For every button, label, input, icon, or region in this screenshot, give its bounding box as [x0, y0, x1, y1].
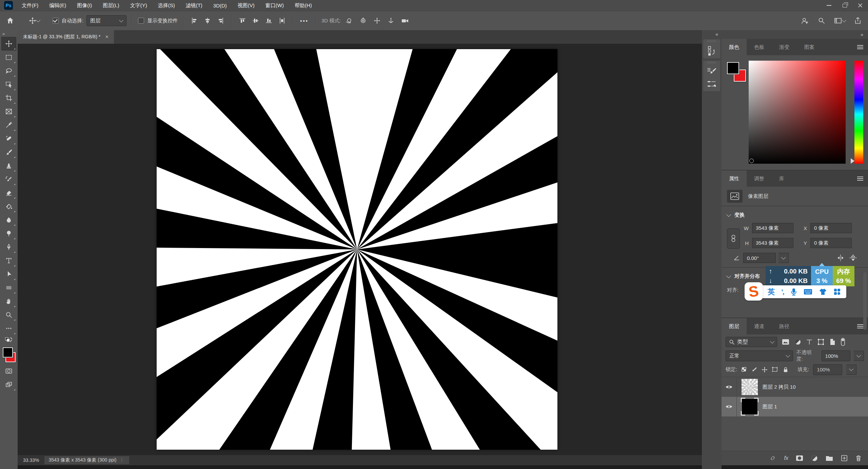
object-selection-tool[interactable]: [1, 78, 16, 91]
angle-dropdown-button[interactable]: [778, 253, 789, 263]
tab-patterns[interactable]: 图案: [797, 39, 822, 55]
new-layer-icon[interactable]: [841, 454, 848, 462]
panel-menu-icon[interactable]: [857, 45, 863, 49]
layer-thumbnail-starburst[interactable]: [742, 379, 758, 395]
layer-row-layer1[interactable]: 图层 1: [722, 397, 868, 416]
opacity-dropdown[interactable]: 100%: [822, 350, 851, 361]
toolbar-expand-button[interactable]: »: [0, 30, 5, 37]
rectangular-marquee-tool[interactable]: [1, 50, 16, 64]
document-canvas[interactable]: [157, 49, 557, 450]
ime-language-toggle[interactable]: 英: [768, 287, 775, 297]
status-chevron-icon[interactable]: 〉: [120, 457, 125, 463]
menu-help[interactable]: 帮助(H): [289, 0, 317, 11]
align-center-h-button[interactable]: [202, 16, 213, 26]
minimize-button[interactable]: [821, 0, 837, 11]
delete-layer-icon[interactable]: [855, 454, 862, 462]
menu-edit[interactable]: 编辑(E): [44, 0, 72, 11]
width-field[interactable]: 3543 像素: [752, 223, 793, 233]
restore-button[interactable]: [837, 0, 852, 11]
color-picker-ring[interactable]: [749, 159, 754, 163]
panel-menu-icon[interactable]: [857, 177, 863, 181]
auto-select-dropdown[interactable]: 图层: [86, 15, 126, 26]
eyedropper-tool[interactable]: [1, 118, 16, 132]
dock-collapse-button[interactable]: «: [715, 30, 722, 37]
3d-orbit-button[interactable]: [344, 15, 355, 26]
ime-toolbar[interactable]: S 英 ʼ,: [748, 285, 846, 298]
ime-skin-icon[interactable]: [819, 288, 827, 295]
search-button[interactable]: [816, 15, 827, 26]
new-group-icon[interactable]: [825, 455, 833, 462]
menu-select[interactable]: 选择(S): [153, 0, 180, 11]
zoom-level-field[interactable]: 33.33%: [23, 457, 39, 463]
history-brush-tool[interactable]: [1, 172, 16, 186]
blend-mode-dropdown[interactable]: 正常: [726, 350, 793, 361]
link-layers-icon[interactable]: [768, 455, 777, 462]
pen-tool[interactable]: [1, 240, 16, 254]
quick-mask-mode-button[interactable]: [1, 364, 16, 378]
paint-bucket-tool[interactable]: [1, 200, 16, 213]
add-layer-mask-icon[interactable]: [795, 455, 804, 462]
clone-stamp-tool[interactable]: [1, 159, 16, 172]
show-transform-checkbox[interactable]: [138, 18, 144, 24]
pasteboard[interactable]: [18, 44, 702, 455]
tab-paths[interactable]: 路径: [772, 318, 797, 334]
tab-layers[interactable]: 图层: [722, 318, 747, 334]
menu-window[interactable]: 窗口(W): [260, 0, 289, 11]
sogou-logo[interactable]: S: [745, 282, 763, 301]
ime-mic-icon[interactable]: [790, 288, 797, 296]
ime-keyboard-icon[interactable]: [804, 288, 812, 295]
close-button[interactable]: [852, 0, 868, 11]
visibility-toggle[interactable]: [722, 377, 737, 397]
filter-shape-layers-icon[interactable]: [817, 338, 825, 346]
zoom-tool[interactable]: [1, 308, 16, 322]
menu-type[interactable]: 文字(Y): [125, 0, 153, 11]
filter-adjustment-layers-icon[interactable]: [794, 338, 802, 346]
hue-slider-handle[interactable]: [851, 158, 854, 164]
flip-horizontal-icon[interactable]: [835, 254, 846, 262]
history-panel-button[interactable]: [707, 45, 717, 56]
document-close-icon[interactable]: ×: [105, 34, 108, 40]
align-left-button[interactable]: [189, 16, 199, 26]
flip-vertical-icon[interactable]: [848, 254, 858, 262]
tab-color[interactable]: 颜色: [722, 39, 747, 55]
share-for-review-button[interactable]: [799, 15, 811, 26]
ime-punctuation-toggle[interactable]: ʼ,: [781, 288, 784, 296]
layer-row-copy10[interactable]: 图层 2 拷贝 10: [722, 377, 868, 397]
3d-camera-button[interactable]: [399, 15, 411, 26]
ime-toolbox-icon[interactable]: [833, 288, 841, 295]
frame-tool[interactable]: [1, 105, 16, 118]
angle-field[interactable]: 0.00°: [743, 253, 776, 263]
tab-adjustments[interactable]: 调整: [747, 170, 772, 187]
type-tool[interactable]: [1, 254, 16, 267]
rectangle-tool[interactable]: [1, 281, 16, 294]
layer-name[interactable]: 图层 1: [763, 404, 777, 410]
path-selection-tool[interactable]: [1, 267, 16, 281]
layer-effects-button[interactable]: fx: [784, 455, 788, 461]
properties-scrollbar[interactable]: [863, 272, 867, 330]
foreground-color-swatch[interactable]: [3, 347, 13, 358]
filter-type-dropdown[interactable]: 类型: [726, 337, 777, 347]
align-right-button[interactable]: [216, 16, 226, 26]
layer-name[interactable]: 图层 2 拷贝 10: [763, 384, 796, 390]
transform-section-header[interactable]: 变换: [722, 206, 868, 221]
brush-settings-panel-button[interactable]: [706, 67, 717, 76]
filter-toggle-switch[interactable]: [840, 338, 846, 346]
brushes-panel-button[interactable]: [706, 80, 717, 89]
lock-position-icon[interactable]: [762, 367, 768, 373]
menu-view[interactable]: 视图(V): [232, 0, 260, 11]
blur-tool[interactable]: [1, 213, 16, 227]
distribute-button[interactable]: [277, 16, 287, 26]
system-monitor-overlay[interactable]: ↑ 0.00 KB ↓ 0.00 KB CPU 3 % 内存 69 %: [766, 266, 854, 286]
tab-properties[interactable]: 属性: [722, 170, 747, 187]
panel-menu-icon[interactable]: [857, 324, 863, 328]
brush-tool[interactable]: [1, 145, 16, 159]
fill-dropdown-button[interactable]: [846, 365, 856, 375]
hue-bar[interactable]: [854, 61, 863, 164]
fill-dropdown[interactable]: 100%: [813, 364, 842, 375]
tab-swatches[interactable]: 色板: [747, 39, 772, 55]
3d-pan-button[interactable]: [372, 15, 382, 26]
foreground-background-swatches[interactable]: [2, 347, 16, 362]
align-top-button[interactable]: [237, 16, 248, 26]
link-dimensions-button[interactable]: [727, 228, 740, 249]
move-tool[interactable]: [1, 37, 16, 50]
